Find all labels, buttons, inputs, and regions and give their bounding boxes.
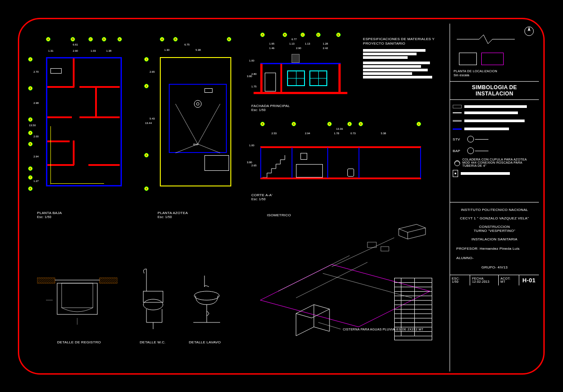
view-title: ISOMETRICO <box>267 213 291 217</box>
dim: 2.90 <box>296 47 301 50</box>
dim: 2.42 <box>323 47 328 50</box>
scale-value: 1/50 <box>452 280 468 283</box>
sheet-number: H-01 <box>522 277 535 284</box>
grid-marker: 1 <box>144 57 149 62</box>
svg-rect-16 <box>37 278 55 283</box>
dim: 2.65 <box>150 70 155 73</box>
svg-rect-11 <box>381 247 389 251</box>
prof-name: Hernandez Pineda Luis <box>480 247 519 251</box>
dim: 1.75 <box>251 85 257 88</box>
dim: 1.27 <box>33 180 39 182</box>
date-value: 12-02-2013 <box>472 280 496 283</box>
dim: 2.94 <box>33 155 39 158</box>
svg-line-3 <box>198 104 220 144</box>
view-title: DETALLE DE REGISTRO <box>57 340 101 344</box>
subject: INSTALACION SANITARIA <box>453 237 536 241</box>
bap-label: BAP <box>453 149 466 153</box>
planta-baja-view: A B C D E 1 2 3 4 5 6 7 8 6.61 1.31 2.90… <box>28 37 126 206</box>
school: CECYT 1 " GONZALO VAZQUEZ VELA" <box>453 216 536 220</box>
coladera-text: COLADERA CON CUPULA PARA AZOTEA <box>462 158 536 161</box>
wc-drawing <box>131 264 175 331</box>
view-scale: Esc: 1/50 <box>158 215 172 219</box>
grid-marker: 3 <box>28 117 33 122</box>
location-scale: Sin escala <box>454 74 469 77</box>
grid-marker: A <box>160 37 164 41</box>
grid-marker: 3 <box>359 122 363 126</box>
dim: 0.73 <box>350 132 356 135</box>
dim: 5.38 <box>381 132 386 135</box>
grid-marker: E <box>117 37 122 41</box>
grid-marker: 6 <box>292 122 296 126</box>
bap-label: BAP <box>193 143 199 146</box>
fachada-view: A B C D E 6.77 1.95 1.13 1.13 1.28 1.46 … <box>247 33 350 99</box>
grid-marker: 7 <box>28 175 33 180</box>
svg-rect-17 <box>100 278 117 283</box>
specs-block: ESPESIFICACIONES DE MATERIALES Y PROYECT… <box>363 37 443 79</box>
group-label: GRUPO- <box>481 265 496 269</box>
title-block: PLANTA DE LOCALIZACION Sin escala SIMBOL… <box>450 24 539 371</box>
dim: 13.36 <box>336 128 343 130</box>
dim: 13.50 <box>29 124 36 127</box>
grid-marker: 8 <box>28 186 33 191</box>
grid-marker: B <box>283 33 287 37</box>
svg-rect-19 <box>62 283 93 308</box>
dim: 2.65 <box>251 164 257 167</box>
corte-view: 8 6 5 4 3 1 13.36 2.53 2.94 1.78 0.73 5.… <box>247 122 425 189</box>
lavabo-drawing <box>184 269 229 331</box>
grid-marker: 8 <box>260 122 265 126</box>
grid-marker: A <box>260 33 265 37</box>
prof-label: PROFESOR: <box>456 247 479 251</box>
grid-marker: 6 <box>28 166 33 171</box>
grid-marker: B <box>173 37 178 41</box>
view-title: DETALLE LAVAVO <box>189 340 221 344</box>
grid-marker: 2 <box>144 84 149 88</box>
stair-icon <box>263 155 289 177</box>
program: CONSTRUCCION <box>453 225 536 229</box>
grid-marker: 2 <box>28 86 33 91</box>
grid-marker: 6 <box>144 153 149 157</box>
view-scale: Esc: 1/50 <box>37 215 51 219</box>
svg-point-30 <box>467 136 474 142</box>
dim: 6.77 <box>292 38 297 41</box>
dim: 1.78 <box>334 132 339 135</box>
grid-marker: 1 <box>28 57 33 62</box>
dim: 1.46 <box>269 47 275 50</box>
grid-marker: 8 <box>144 186 149 191</box>
dim: 6.61 <box>73 43 78 46</box>
units-value: MT <box>500 280 517 283</box>
detalle-wc <box>131 264 175 331</box>
material-table <box>394 278 432 340</box>
planta-azotea-view: A B E 1 2 6 8 6.75 1.30 5.38 2.65 5.43 1… <box>144 37 234 206</box>
dim: 2.90 <box>73 50 78 52</box>
svg-point-32 <box>455 161 460 166</box>
view-title: CORTE A-A' <box>251 193 273 197</box>
units-label: ACOT: <box>500 277 517 280</box>
svg-line-2 <box>175 104 198 144</box>
dim: 1.95 <box>269 42 275 45</box>
dim: 5.38 <box>196 49 201 51</box>
dim: 2.53 <box>271 132 277 135</box>
grid-marker: 4 <box>347 122 352 126</box>
svg-point-31 <box>467 148 474 154</box>
dim: 5.43 <box>150 117 155 120</box>
dim: 2.98 <box>33 102 39 104</box>
grid-marker: 4 <box>28 131 33 135</box>
dim: 1.00 <box>249 144 254 147</box>
coladera-icon <box>453 158 460 167</box>
dim: 1.00 <box>249 59 254 62</box>
dim: 1.13 <box>305 42 310 45</box>
registro-drawing <box>37 264 117 331</box>
dim: 3.80 <box>247 161 252 164</box>
student-label: ALUMNO- <box>453 256 536 260</box>
shift: TURNO "VESPERTINO" <box>453 229 536 233</box>
dim: 1.03 <box>91 50 96 52</box>
spec-title: ESPESIFICACIONES DE MATERIALES Y PROYECT… <box>363 37 443 45</box>
grid-marker: E <box>227 37 231 41</box>
coladera-text2: MOD 444 CONEXION ROSCADA PARA TUBERIA DE… <box>462 161 536 167</box>
institution: INSTITUTO POLITECNICO NACIONAL <box>453 208 536 212</box>
grid-marker: E <box>336 33 341 37</box>
detalle-lavabo <box>184 269 229 331</box>
drawing-frame: A B C D E 1 2 3 4 5 6 7 8 6.61 1.31 2.90… <box>18 18 545 375</box>
detalle-registro <box>37 264 117 331</box>
symbology-title: SIMBOLOGIA DE INSTALACION <box>453 84 536 97</box>
